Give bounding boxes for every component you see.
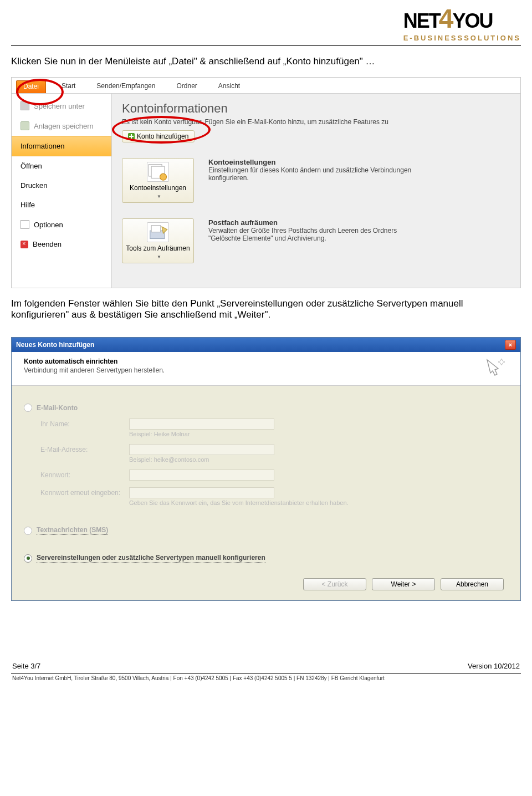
ribbon-tab-ordner[interactable]: Ordner bbox=[171, 80, 202, 93]
version-label: Version 10/2012 bbox=[468, 662, 520, 670]
cursor-star-icon bbox=[485, 358, 505, 377]
password-input bbox=[129, 470, 274, 481]
dialog-buttons: < Zurück Weiter > Abbrechen bbox=[24, 568, 508, 593]
side-hilfe[interactable]: Hilfe bbox=[12, 195, 111, 215]
back-button: < Zurück bbox=[303, 578, 366, 590]
tools-aufraeumen-label: Tools zum Aufräumen bbox=[126, 244, 190, 252]
side-beenden[interactable]: Beenden bbox=[12, 234, 111, 254]
chevron-down-icon: ▼ bbox=[157, 194, 161, 199]
plus-icon bbox=[128, 133, 135, 140]
dialog-titlebar: Neues Konto hinzufügen × bbox=[12, 338, 520, 352]
option-sms[interactable]: Textnachrichten (SMS) bbox=[24, 526, 508, 535]
logo-sub-solutions: SOLUTIONS bbox=[464, 34, 521, 42]
konto-hinzufuegen-button[interactable]: Konto hinzufügen bbox=[122, 130, 195, 142]
email-input bbox=[129, 444, 274, 455]
kontoinformationen-sub: Es ist kein Konto verfügbar. Fügen Sie e… bbox=[122, 118, 510, 126]
dialog-title-text: Neues Konto hinzufügen bbox=[16, 341, 94, 349]
side-informationen[interactable]: Informationen bbox=[12, 136, 111, 156]
dialog-section-sub: Verbindung mit anderen Servertypen herst… bbox=[24, 366, 165, 374]
ribbon-tab-senden[interactable]: Senden/Empfangen bbox=[91, 80, 161, 93]
side-drucken[interactable]: Drucken bbox=[12, 176, 111, 195]
logo: NET 4 YOU E-BUSINESS SOLUTIONS bbox=[403, 6, 521, 42]
name-input bbox=[129, 419, 274, 430]
ribbon: Datei Start Senden/Empfangen Ordner Ansi… bbox=[12, 78, 520, 94]
field-name: Ihr Name: bbox=[40, 419, 508, 430]
chevron-down-icon: ▼ bbox=[157, 254, 161, 259]
side-info-label: Informationen bbox=[21, 142, 65, 150]
option-sms-label: Textnachrichten (SMS) bbox=[37, 526, 108, 535]
side-speichern-label: Speichern unter bbox=[34, 102, 85, 110]
header-rule bbox=[11, 45, 521, 46]
side-speichern-unter[interactable]: Speichern unter bbox=[12, 96, 111, 116]
radio-icon bbox=[24, 404, 32, 412]
field-password: Kennwort: bbox=[40, 470, 508, 481]
postfach-text: Postfach aufräumen Verwalten der Größe I… bbox=[208, 218, 419, 242]
password2-input bbox=[129, 487, 274, 498]
dialog-body: E-Mail-Konto Ihr Name: Beispiel: Heike M… bbox=[12, 386, 520, 600]
cleanup-icon bbox=[147, 222, 169, 242]
ribbon-tab-ansicht[interactable]: Ansicht bbox=[213, 80, 245, 93]
page-number: Seite 3/7 bbox=[12, 662, 40, 670]
kontoeinstellungen-label: Kontoeinstellungen bbox=[130, 184, 186, 192]
close-icon bbox=[21, 241, 28, 248]
side-beenden-label: Beenden bbox=[33, 240, 62, 248]
side-oeffnen-label: Öffnen bbox=[21, 162, 42, 170]
kontoeinstellungen-button[interactable]: Kontoeinstellungen ▼ bbox=[122, 158, 194, 203]
next-button[interactable]: Weiter > bbox=[372, 578, 435, 590]
add-account-dialog: Neues Konto hinzufügen × Konto automatis… bbox=[11, 337, 521, 601]
password-label: Kennwort: bbox=[40, 471, 124, 479]
logo-sub-ebusiness: E-BUSINESS bbox=[403, 34, 464, 42]
instruction-2: Im folgenden Fenster wählen Sie bitte de… bbox=[11, 298, 521, 320]
svg-rect-4 bbox=[151, 226, 161, 232]
field-password-repeat: Kennwort erneut eingeben: bbox=[40, 487, 508, 498]
password2-label: Kennwort erneut eingeben: bbox=[40, 489, 124, 497]
svg-marker-5 bbox=[487, 360, 498, 375]
option-serversettings[interactable]: Servereinstellungen oder zusätzliche Ser… bbox=[24, 554, 508, 563]
email-hint: Beispiel: heike@contoso.com bbox=[129, 456, 508, 463]
radio-selected-icon bbox=[24, 554, 32, 563]
postfach-desc: Verwalten der Größe Ihres Postfachs durc… bbox=[208, 227, 419, 242]
attachment-icon bbox=[21, 121, 29, 130]
cancel-button[interactable]: Abbrechen bbox=[441, 578, 504, 590]
side-optionen-label: Optionen bbox=[34, 221, 63, 229]
svg-point-2 bbox=[160, 174, 167, 181]
side-anlagen-label: Anlagen speichern bbox=[34, 122, 94, 130]
postfach-heading: Postfach aufräumen bbox=[208, 218, 419, 227]
side-optionen[interactable]: Optionen bbox=[12, 215, 111, 234]
logo-text-net: NET bbox=[403, 9, 440, 33]
outlook-backstage: Datei Start Senden/Empfangen Ordner Ansi… bbox=[11, 77, 521, 288]
kontoeinstellungen-heading: Kontoeinstellungen bbox=[208, 158, 419, 166]
backstage-sidebar: Speichern unter Anlagen speichern Inform… bbox=[12, 94, 112, 288]
side-hilfe-label: Hilfe bbox=[21, 201, 35, 209]
radio-icon bbox=[24, 527, 32, 535]
options-icon bbox=[21, 220, 29, 229]
kontoeinstellungen-desc: Einstellungen für dieses Konto ändern un… bbox=[208, 166, 419, 182]
logo-text-you: YOU bbox=[452, 9, 492, 33]
side-drucken-label: Drucken bbox=[21, 181, 47, 190]
settings-icon bbox=[147, 162, 169, 182]
footer-contact: Net4You Internet GmbH, Tiroler Straße 80… bbox=[11, 674, 521, 689]
password-hint: Geben Sie das Kennwort ein, das Sie vom … bbox=[129, 499, 508, 506]
instruction-1: Klicken Sie nun in der Menüleiste auf „D… bbox=[11, 56, 521, 67]
dialog-header: Konto automatisch einrichten Verbindung … bbox=[12, 352, 520, 386]
option-email-konto[interactable]: E-Mail-Konto bbox=[24, 404, 508, 412]
ribbon-tab-datei[interactable]: Datei bbox=[16, 80, 46, 93]
dialog-section-title: Konto automatisch einrichten bbox=[24, 358, 165, 365]
option-email-label: E-Mail-Konto bbox=[37, 404, 78, 412]
kontoinformationen-title: Kontoinformationen bbox=[122, 101, 510, 116]
name-hint: Beispiel: Heike Molnar bbox=[129, 431, 508, 437]
backstage-main: Kontoinformationen Es ist kein Konto ver… bbox=[112, 94, 520, 288]
side-anlagen-speichern[interactable]: Anlagen speichern bbox=[12, 116, 111, 136]
konto-hinzufuegen-label: Konto hinzufügen bbox=[137, 132, 188, 140]
save-icon bbox=[21, 101, 29, 110]
email-label: E-Mail-Adresse: bbox=[40, 446, 124, 453]
kontoeinstellungen-text: Kontoeinstellungen Einstellungen für die… bbox=[208, 158, 419, 182]
name-label: Ihr Name: bbox=[40, 420, 124, 428]
page-footer: Seite 3/7 Version 10/2012 bbox=[11, 662, 521, 671]
tools-aufraeumen-button[interactable]: Tools zum Aufräumen ▼ bbox=[122, 218, 194, 263]
dialog-close-button[interactable]: × bbox=[505, 340, 516, 350]
side-oeffnen[interactable]: Öffnen bbox=[12, 156, 111, 176]
field-email: E-Mail-Adresse: bbox=[40, 444, 508, 455]
ribbon-tab-start[interactable]: Start bbox=[56, 80, 81, 93]
page-header: NET 4 YOU E-BUSINESS SOLUTIONS bbox=[11, 0, 521, 43]
